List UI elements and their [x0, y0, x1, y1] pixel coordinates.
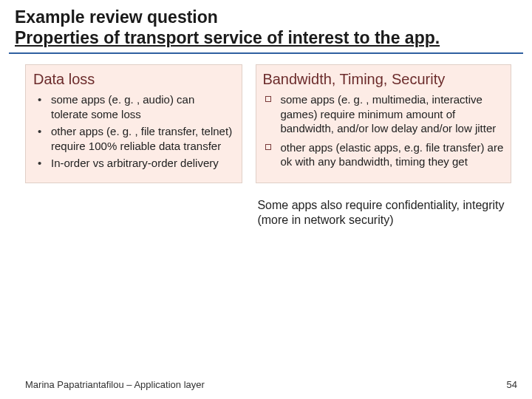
list-item: In-order vs arbitrary-order delivery: [48, 156, 234, 171]
left-column: Data loss some apps (e. g. , audio) can …: [25, 64, 242, 228]
data-loss-box: Data loss some apps (e. g. , audio) can …: [25, 64, 242, 183]
content-columns: Data loss some apps (e. g. , audio) can …: [0, 54, 532, 228]
list-item: other apps (elastic apps, e.g. file tran…: [277, 140, 505, 169]
footer: Marina Papatriantafilou – Application la…: [25, 379, 517, 390]
bandwidth-box: Bandwidth, Timing, Security some apps (e…: [256, 64, 511, 183]
slide: Example review question Properties of tr…: [0, 0, 532, 399]
title-line-2: Properties of transport service of inter…: [15, 28, 517, 49]
title-block: Example review question Properties of tr…: [0, 0, 532, 51]
bandwidth-heading: Bandwidth, Timing, Security: [262, 71, 505, 88]
list-item: other apps (e. g. , file transfer, telne…: [48, 124, 234, 153]
right-column: Bandwidth, Timing, Security some apps (e…: [256, 64, 511, 228]
bandwidth-list: some apps (e. g. , multimedia, interacti…: [262, 92, 505, 169]
list-item: some apps (e. g. , audio) can tolerate s…: [48, 92, 234, 121]
list-item: some apps (e. g. , multimedia, interacti…: [277, 92, 505, 136]
data-loss-heading: Data loss: [33, 71, 234, 88]
title-line-1: Example review question: [15, 7, 517, 28]
data-loss-list: some apps (e. g. , audio) can tolerate s…: [33, 92, 234, 171]
page-number: 54: [507, 379, 517, 390]
footer-author: Marina Papatriantafilou – Application la…: [25, 379, 205, 390]
security-note: Some apps also require confidentiality, …: [256, 191, 511, 229]
